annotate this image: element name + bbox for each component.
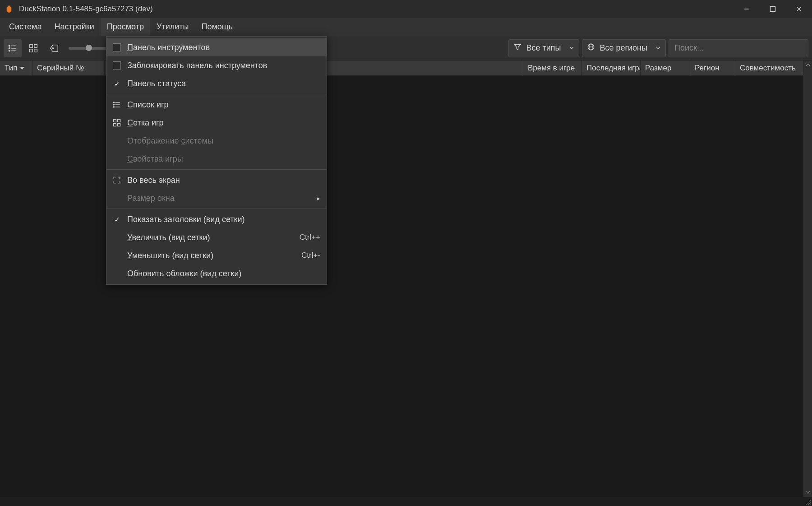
grid-icon bbox=[111, 118, 123, 127]
list-view-button[interactable] bbox=[4, 39, 22, 57]
col-compat[interactable]: Совместимость bbox=[735, 60, 812, 75]
submenu-arrow-icon: ▸ bbox=[317, 195, 320, 202]
check-icon: ✓ bbox=[114, 79, 120, 88]
resize-grip[interactable] bbox=[803, 497, 812, 506]
col-playtime[interactable]: Время в игре bbox=[523, 60, 582, 75]
svg-point-6 bbox=[9, 47, 10, 49]
svg-rect-28 bbox=[118, 120, 120, 122]
chevron-down-icon bbox=[655, 43, 661, 53]
menu-item-window-size: Размер окна ▸ bbox=[106, 189, 327, 207]
menu-item-zoom-out[interactable]: Уменьшить (вид сетки) Ctrl+- bbox=[106, 246, 327, 265]
window-title: DuckStation 0.1-5485-gc6a57273 (dev) bbox=[19, 5, 734, 14]
svg-rect-13 bbox=[34, 49, 37, 51]
zoom-slider-thumb[interactable] bbox=[86, 45, 92, 51]
filter-region-label: Все регионы bbox=[600, 43, 647, 53]
globe-icon bbox=[587, 43, 595, 53]
svg-point-4 bbox=[9, 45, 10, 46]
menu-item-game-grid[interactable]: Сетка игр bbox=[106, 114, 327, 132]
svg-rect-27 bbox=[114, 120, 116, 122]
scroll-up-arrow[interactable] bbox=[803, 60, 812, 70]
menu-settings[interactable]: Настройки bbox=[48, 18, 101, 36]
filter-type-label: Все типы bbox=[526, 43, 561, 53]
svg-line-20 bbox=[810, 504, 811, 505]
minimize-button[interactable] bbox=[734, 0, 760, 18]
zoom-slider[interactable] bbox=[69, 47, 109, 50]
menu-utilities[interactable]: Утилиты bbox=[150, 18, 195, 36]
svg-rect-1 bbox=[770, 7, 775, 12]
search-input[interactable] bbox=[669, 39, 808, 57]
svg-rect-29 bbox=[114, 124, 116, 126]
col-size[interactable]: Размер bbox=[641, 60, 690, 75]
menu-item-refresh-covers[interactable]: Обновить обложки (вид сетки) bbox=[106, 265, 327, 283]
menu-help[interactable]: Помощь bbox=[195, 18, 239, 36]
shortcut-label: Ctrl+- bbox=[301, 251, 320, 260]
svg-rect-30 bbox=[118, 124, 120, 126]
menu-separator bbox=[106, 169, 327, 170]
menu-separator bbox=[106, 209, 327, 209]
checkbox-unchecked-icon bbox=[113, 43, 121, 51]
col-serial[interactable]: Серийный № bbox=[32, 60, 105, 75]
sort-indicator-icon bbox=[20, 67, 24, 70]
col-type[interactable]: Тип bbox=[0, 60, 32, 75]
menu-item-fullscreen[interactable]: Во весь экран bbox=[106, 171, 327, 189]
list-icon bbox=[111, 100, 123, 109]
shortcut-label: Ctrl++ bbox=[300, 233, 320, 242]
menu-item-show-titles[interactable]: ✓ Показать заголовки (вид сетки) bbox=[106, 210, 327, 228]
titlebar: DuckStation 0.1-5485-gc6a57273 (dev) bbox=[0, 0, 812, 18]
scroll-down-arrow[interactable] bbox=[803, 488, 812, 497]
fullscreen-icon bbox=[111, 176, 123, 185]
svg-point-25 bbox=[113, 107, 114, 107]
menu-item-system-display: Отображение системы bbox=[106, 132, 327, 150]
svg-rect-12 bbox=[30, 49, 32, 51]
svg-point-14 bbox=[52, 47, 54, 49]
filter-region-combo[interactable]: Все регионы bbox=[582, 39, 666, 57]
svg-point-23 bbox=[113, 104, 114, 105]
view-dropdown-menu: Панель инструментов Заблокировать панель… bbox=[106, 36, 327, 285]
close-button[interactable] bbox=[786, 0, 812, 18]
menubar: Система Настройки Просмотр Утилиты Помощ… bbox=[0, 18, 812, 36]
menu-view[interactable]: Просмотр bbox=[101, 18, 150, 36]
grid-view-button[interactable] bbox=[24, 39, 42, 57]
chevron-down-icon bbox=[569, 43, 574, 53]
svg-line-18 bbox=[806, 500, 811, 505]
menu-item-lock-toolbar[interactable]: Заблокировать панель инструментов bbox=[106, 56, 327, 74]
vertical-scrollbar[interactable] bbox=[803, 60, 812, 497]
col-lastplayed[interactable]: Последняя игра bbox=[582, 60, 641, 75]
filter-icon bbox=[513, 43, 521, 53]
maximize-button[interactable] bbox=[760, 0, 786, 18]
filter-type-combo[interactable]: Все типы bbox=[508, 39, 579, 57]
menu-item-zoom-in[interactable]: Увеличить (вид сетки) Ctrl++ bbox=[106, 228, 327, 246]
app-icon bbox=[5, 5, 14, 14]
menu-item-toolbar-panel[interactable]: Панель инструментов bbox=[106, 38, 327, 56]
menu-item-game-properties: Свойства игры bbox=[106, 150, 327, 168]
svg-point-21 bbox=[113, 102, 114, 103]
menu-item-status-panel[interactable]: ✓ Панель статуса bbox=[106, 74, 327, 93]
check-icon: ✓ bbox=[114, 215, 120, 224]
col-region[interactable]: Регион bbox=[690, 60, 735, 75]
menu-separator bbox=[106, 94, 327, 94]
svg-rect-11 bbox=[34, 44, 37, 47]
checkbox-unchecked-icon bbox=[113, 61, 121, 70]
svg-point-8 bbox=[9, 50, 10, 51]
tag-view-button[interactable] bbox=[45, 39, 63, 57]
menu-system[interactable]: Система bbox=[3, 18, 48, 36]
svg-rect-10 bbox=[30, 44, 32, 47]
menu-item-game-list[interactable]: Список игр bbox=[106, 96, 327, 114]
